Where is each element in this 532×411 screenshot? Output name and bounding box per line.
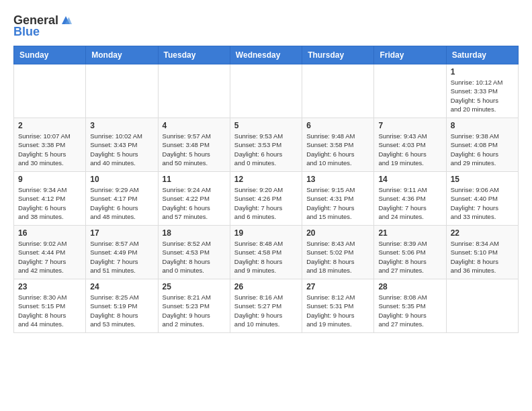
day-number: 11: [163, 175, 226, 184]
day-number: 13: [306, 175, 369, 184]
calendar-week-row: 9Sunrise: 9:34 AM Sunset: 4:12 PM Daylig…: [14, 172, 519, 226]
calendar-cell: [230, 64, 302, 118]
day-info: Sunrise: 10:07 AM Sunset: 3:38 PM Daylig…: [18, 132, 81, 167]
page-header: General Blue: [13, 13, 519, 39]
calendar-cell: 3Sunrise: 10:02 AM Sunset: 3:43 PM Dayli…: [86, 118, 158, 172]
calendar-cell: 16Sunrise: 9:02 AM Sunset: 4:44 PM Dayli…: [14, 226, 86, 279]
calendar-cell: 23Sunrise: 8:30 AM Sunset: 5:15 PM Dayli…: [14, 279, 86, 333]
day-number: 5: [234, 121, 298, 130]
day-number: 22: [451, 228, 514, 238]
day-info: Sunrise: 8:57 AM Sunset: 4:49 PM Dayligh…: [90, 239, 153, 275]
logo-icon: [60, 14, 72, 26]
day-number: 21: [378, 228, 441, 238]
day-number: 26: [234, 282, 298, 291]
day-info: Sunrise: 9:11 AM Sunset: 4:36 PM Dayligh…: [378, 185, 441, 221]
day-info: Sunrise: 9:34 AM Sunset: 4:12 PM Dayligh…: [18, 185, 81, 221]
calendar-cell: 7Sunrise: 9:43 AM Sunset: 4:03 PM Daylig…: [374, 118, 446, 172]
calendar-cell: 28Sunrise: 8:08 AM Sunset: 5:35 PM Dayli…: [374, 279, 446, 333]
calendar-cell: [302, 64, 374, 118]
calendar-cell: 25Sunrise: 8:21 AM Sunset: 5:23 PM Dayli…: [158, 279, 230, 333]
calendar-cell: 6Sunrise: 9:48 AM Sunset: 3:58 PM Daylig…: [302, 118, 374, 172]
day-number: 6: [306, 121, 369, 130]
day-info: Sunrise: 9:43 AM Sunset: 4:03 PM Dayligh…: [378, 132, 441, 167]
day-number: 15: [451, 175, 514, 184]
calendar-cell: [446, 279, 518, 333]
day-number: 18: [163, 228, 226, 238]
day-info: Sunrise: 9:24 AM Sunset: 4:22 PM Dayligh…: [163, 185, 226, 221]
day-info: Sunrise: 9:06 AM Sunset: 4:40 PM Dayligh…: [451, 185, 514, 221]
calendar-table: SundayMondayTuesdayWednesdayThursdayFrid…: [13, 46, 519, 333]
calendar-cell: 4Sunrise: 9:57 AM Sunset: 3:48 PM Daylig…: [158, 118, 230, 172]
day-info: Sunrise: 9:29 AM Sunset: 4:17 PM Dayligh…: [90, 185, 153, 221]
day-number: 9: [18, 175, 81, 184]
day-info: Sunrise: 8:43 AM Sunset: 5:02 PM Dayligh…: [306, 239, 369, 275]
day-number: 2: [18, 121, 81, 130]
day-header-monday: Monday: [86, 46, 158, 64]
calendar-cell: 18Sunrise: 8:52 AM Sunset: 4:53 PM Dayli…: [158, 226, 230, 279]
calendar-cell: 27Sunrise: 8:12 AM Sunset: 5:31 PM Dayli…: [302, 279, 374, 333]
day-number: 25: [163, 282, 226, 291]
day-number: 24: [90, 282, 153, 291]
day-header-friday: Friday: [374, 46, 446, 64]
day-header-wednesday: Wednesday: [230, 46, 302, 64]
day-info: Sunrise: 8:12 AM Sunset: 5:31 PM Dayligh…: [306, 293, 369, 328]
day-info: Sunrise: 9:38 AM Sunset: 4:08 PM Dayligh…: [451, 132, 514, 167]
calendar-cell: 2Sunrise: 10:07 AM Sunset: 3:38 PM Dayli…: [14, 118, 86, 172]
calendar-cell: 12Sunrise: 9:20 AM Sunset: 4:26 PM Dayli…: [230, 172, 302, 226]
calendar-cell: 26Sunrise: 8:16 AM Sunset: 5:27 PM Dayli…: [230, 279, 302, 333]
calendar-week-row: 16Sunrise: 9:02 AM Sunset: 4:44 PM Dayli…: [14, 226, 519, 279]
calendar-cell: 22Sunrise: 8:34 AM Sunset: 5:10 PM Dayli…: [446, 226, 518, 279]
calendar-cell: 20Sunrise: 8:43 AM Sunset: 5:02 PM Dayli…: [302, 226, 374, 279]
day-info: Sunrise: 9:57 AM Sunset: 3:48 PM Dayligh…: [163, 132, 226, 167]
day-number: 12: [234, 175, 298, 184]
calendar-cell: 11Sunrise: 9:24 AM Sunset: 4:22 PM Dayli…: [158, 172, 230, 226]
day-info: Sunrise: 10:02 AM Sunset: 3:43 PM Daylig…: [90, 132, 153, 167]
calendar-cell: 10Sunrise: 9:29 AM Sunset: 4:17 PM Dayli…: [86, 172, 158, 226]
day-info: Sunrise: 9:53 AM Sunset: 3:53 PM Dayligh…: [234, 132, 298, 167]
calendar-week-row: 2Sunrise: 10:07 AM Sunset: 3:38 PM Dayli…: [14, 118, 519, 172]
logo: General Blue: [13, 13, 72, 39]
day-number: 28: [378, 282, 441, 291]
day-header-thursday: Thursday: [302, 46, 374, 64]
day-info: Sunrise: 8:34 AM Sunset: 5:10 PM Dayligh…: [451, 239, 514, 275]
day-info: Sunrise: 8:25 AM Sunset: 5:19 PM Dayligh…: [90, 293, 153, 328]
day-header-saturday: Saturday: [446, 46, 518, 64]
day-info: Sunrise: 9:48 AM Sunset: 3:58 PM Dayligh…: [306, 132, 369, 167]
day-number: 8: [451, 121, 514, 130]
calendar-week-row: 23Sunrise: 8:30 AM Sunset: 5:15 PM Dayli…: [14, 279, 519, 333]
day-number: 3: [90, 121, 153, 130]
calendar-cell: 24Sunrise: 8:25 AM Sunset: 5:19 PM Dayli…: [86, 279, 158, 333]
day-info: Sunrise: 8:30 AM Sunset: 5:15 PM Dayligh…: [18, 293, 81, 328]
day-info: Sunrise: 8:48 AM Sunset: 4:58 PM Dayligh…: [234, 239, 298, 275]
calendar-cell: 17Sunrise: 8:57 AM Sunset: 4:49 PM Dayli…: [86, 226, 158, 279]
day-info: Sunrise: 8:52 AM Sunset: 4:53 PM Dayligh…: [163, 239, 226, 275]
day-header-sunday: Sunday: [14, 46, 86, 64]
day-number: 27: [306, 282, 369, 291]
calendar-cell: [14, 64, 86, 118]
calendar-cell: 8Sunrise: 9:38 AM Sunset: 4:08 PM Daylig…: [446, 118, 518, 172]
calendar-cell: [374, 64, 446, 118]
day-number: 10: [90, 175, 153, 184]
day-number: 17: [90, 228, 153, 238]
calendar-cell: 9Sunrise: 9:34 AM Sunset: 4:12 PM Daylig…: [14, 172, 86, 226]
day-info: Sunrise: 8:16 AM Sunset: 5:27 PM Dayligh…: [234, 293, 298, 328]
day-number: 20: [306, 228, 369, 238]
day-info: Sunrise: 8:39 AM Sunset: 5:06 PM Dayligh…: [378, 239, 441, 275]
calendar-cell: [158, 64, 230, 118]
day-number: 14: [378, 175, 441, 184]
day-info: Sunrise: 9:02 AM Sunset: 4:44 PM Dayligh…: [18, 239, 81, 275]
calendar-week-row: 1Sunrise: 10:12 AM Sunset: 3:33 PM Dayli…: [14, 64, 519, 118]
day-number: 7: [378, 121, 441, 130]
day-number: 4: [163, 121, 226, 130]
calendar-cell: 13Sunrise: 9:15 AM Sunset: 4:31 PM Dayli…: [302, 172, 374, 226]
day-info: Sunrise: 9:15 AM Sunset: 4:31 PM Dayligh…: [306, 185, 369, 221]
day-info: Sunrise: 9:20 AM Sunset: 4:26 PM Dayligh…: [234, 185, 298, 221]
calendar-cell: 14Sunrise: 9:11 AM Sunset: 4:36 PM Dayli…: [374, 172, 446, 226]
day-number: 19: [234, 228, 298, 238]
calendar-cell: 1Sunrise: 10:12 AM Sunset: 3:33 PM Dayli…: [446, 64, 518, 118]
calendar-cell: 15Sunrise: 9:06 AM Sunset: 4:40 PM Dayli…: [446, 172, 518, 226]
calendar-cell: 21Sunrise: 8:39 AM Sunset: 5:06 PM Dayli…: [374, 226, 446, 279]
calendar-cell: 19Sunrise: 8:48 AM Sunset: 4:58 PM Dayli…: [230, 226, 302, 279]
day-header-tuesday: Tuesday: [158, 46, 230, 64]
calendar-header-row: SundayMondayTuesdayWednesdayThursdayFrid…: [14, 46, 519, 64]
